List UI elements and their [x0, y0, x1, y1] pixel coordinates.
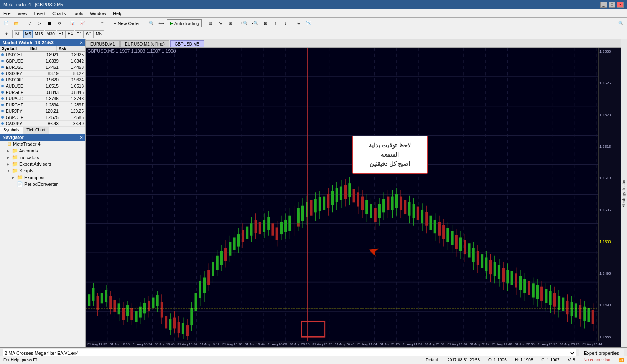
menu-file[interactable]: File [0, 10, 14, 17]
zoom-in-btn[interactable]: +🔍 [239, 19, 250, 28]
navigator-item-scripts[interactable]: ▼ 📁 Scripts [0, 167, 85, 174]
market-watch-row[interactable]: EURJPY 120.21 120.25 [0, 108, 85, 114]
navigator-item-periodconverter[interactable]: 📄 PeriodConverter [0, 181, 85, 187]
navigator-item-metatrader-4[interactable]: 🖥 MetaTrader 4 [0, 141, 85, 147]
navigator-item-expert-advisors[interactable]: ▶ 📁 Expert Advisors [0, 161, 85, 167]
chart-container[interactable]: GBPUSD,M5 1.1907 1.1908 1.1907 1.1908 [86, 48, 621, 341]
zoom-out-btn[interactable]: -🔍 [250, 19, 260, 28]
minimize-btn[interactable]: _ [600, 2, 607, 8]
menu-tools[interactable]: Tools [69, 10, 87, 17]
market-watch-row[interactable]: EURCHF 1.2894 1.2897 [0, 102, 85, 108]
grid-btn[interactable]: ⊞ [226, 19, 235, 28]
levels-btn[interactable]: ⊟ [206, 19, 215, 28]
market-watch-row[interactable]: CADJPY 86.43 86.49 [0, 121, 85, 127]
market-watch-row[interactable]: EURUSD 1.4451 1.4453 [0, 64, 85, 71]
svg-rect-247 [545, 289, 547, 303]
period-sep-btn[interactable]: ⊞ [261, 19, 270, 28]
navigator-item-indicators[interactable]: ▶ 📁 Indicators [0, 154, 85, 161]
chart-tab-eurusdm2[interactable]: EURUSD,M2 (offline) [120, 40, 169, 47]
svg-rect-37 [97, 296, 99, 310]
up-btn[interactable]: ↑ [271, 19, 280, 28]
tf-h4[interactable]: H4 [66, 30, 75, 38]
menu-view[interactable]: View [14, 10, 31, 17]
svg-rect-43 [109, 296, 112, 309]
svg-rect-191 [425, 212, 428, 225]
dn-btn[interactable]: ↓ [281, 19, 290, 28]
mw-bid-cell: 0.8921 [35, 53, 60, 57]
svg-rect-167 [374, 208, 377, 222]
mw-tab-tick[interactable]: Tick Chart [23, 127, 49, 134]
chart-tab-gbpusdm5[interactable]: GBPUSD,M5 [170, 40, 204, 47]
mw-symbol-cell: USDCAD [5, 78, 35, 82]
menu-help[interactable]: Help [110, 10, 126, 17]
back-btn[interactable]: ◁ [25, 19, 34, 28]
navigator-item-examples[interactable]: ▶ 📁 Examples [0, 174, 85, 181]
statusbar-connection: No connection [584, 358, 610, 362]
ma-btn[interactable]: ∿ [216, 19, 225, 28]
fwd-btn[interactable]: ▷ [35, 19, 44, 28]
navigator-item-accounts[interactable]: ▶ 📁 Accounts [0, 147, 85, 154]
chart-scroll-btn[interactable]: ⟺ [157, 19, 166, 28]
sep8 [315, 19, 315, 28]
maximize-btn[interactable]: □ [609, 2, 615, 8]
menu-charts[interactable]: Charts [49, 10, 69, 17]
sep-tf [12, 30, 13, 38]
tf-h1[interactable]: H1 [57, 30, 66, 38]
menu-insert[interactable]: Insert [31, 10, 49, 17]
market-watch-row[interactable]: EURGBP 0.8843 0.8846 [0, 89, 85, 96]
mw-symbol-cell: EURUSD [5, 65, 35, 70]
indicator2-btn[interactable]: 📉 [304, 19, 313, 28]
strategy-tester-vert-label[interactable]: Strategy Tester [621, 39, 627, 347]
search-btn[interactable]: 🔍 [616, 19, 625, 28]
nav-item-label: Examples [23, 175, 44, 180]
new-order-button[interactable]: + New Order [111, 20, 143, 27]
svg-rect-95 [220, 251, 223, 265]
tf-d1[interactable]: D1 [75, 30, 84, 38]
menubar: File View Insert Charts Tools Window Hel… [0, 9, 627, 18]
crosshair-btn[interactable]: ✛ [2, 30, 11, 39]
market-watch-row[interactable]: USDCHF 0.8921 0.8925 [0, 52, 85, 58]
chart-candle-btn[interactable]: ≡ [98, 19, 107, 28]
market-watch-row[interactable]: GBPCHF 1.4575 1.4585 [0, 114, 85, 121]
chart-zoom-btn[interactable]: 🔍 [147, 19, 156, 28]
svg-rect-257 [566, 301, 568, 314]
menu-window[interactable]: Window [87, 10, 110, 17]
mw-ask-cell: 0.9624 [60, 78, 85, 82]
tf-m5[interactable]: M5 [23, 30, 33, 38]
chart-tab-eurusdm1[interactable]: EURUSD,M1 [86, 40, 120, 47]
tf-m1[interactable]: M1 [14, 30, 23, 38]
svg-rect-241 [532, 283, 535, 297]
market-watch-row[interactable]: AUDUSD 1.0515 1.0518 [0, 83, 85, 89]
stop-btn[interactable]: ⏹ [45, 19, 54, 28]
chart-line-btn[interactable]: 📈 [78, 19, 87, 28]
open-btn[interactable]: 📂 [12, 19, 21, 28]
mw-status-dot [0, 66, 5, 68]
market-watch-row[interactable]: USDJPY 83.19 83.22 [0, 71, 85, 77]
tf-w1[interactable]: W1 [84, 30, 94, 38]
mw-symbol-cell: EURCHF [5, 103, 35, 107]
indicator1-btn[interactable]: ∿ [294, 19, 303, 28]
chart-type-btn[interactable]: 📊 [68, 19, 77, 28]
new-btn[interactable]: 📄 [2, 19, 11, 28]
market-watch-row[interactable]: GBPUSD 1.6339 1.6342 [0, 58, 85, 64]
svg-rect-139 [314, 199, 317, 212]
market-watch-row[interactable]: USDCAD 0.9620 0.9624 [0, 77, 85, 83]
market-watch-row[interactable]: EURAUD 1.3736 1.3748 [0, 96, 85, 102]
svg-rect-51 [126, 305, 129, 316]
statusbar-default: Default [426, 358, 439, 362]
chart-bar-btn[interactable]: ⋮ [88, 19, 97, 28]
mw-ask-cell: 120.25 [60, 109, 85, 114]
svg-rect-263 [579, 305, 581, 319]
refresh-btn[interactable]: ↺ [55, 19, 64, 28]
close-btn[interactable]: × [617, 2, 624, 8]
tf-m15[interactable]: M15 [33, 30, 44, 38]
mw-close-icon[interactable]: × [80, 40, 83, 45]
autotrading-button[interactable]: ▶ AutoTrading [167, 19, 202, 27]
nav-close-icon[interactable]: × [80, 135, 83, 140]
mw-tab-symbols[interactable]: Symbols [0, 127, 23, 134]
mw-ask-cell: 86.49 [60, 121, 85, 126]
expand-icon: ▼ [7, 169, 12, 173]
expand-icon: ▶ [7, 156, 12, 159]
tf-mn[interactable]: MN [94, 30, 104, 38]
tf-m30[interactable]: M30 [45, 30, 56, 38]
